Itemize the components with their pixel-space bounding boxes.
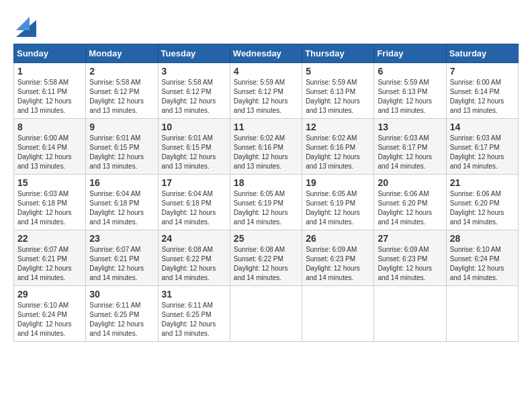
day-info: Sunrise: 5:58 AM Sunset: 6:12 PM Dayligh… xyxy=(162,78,226,116)
calendar-cell: 2 Sunrise: 5:58 AM Sunset: 6:12 PM Dayli… xyxy=(86,63,158,119)
day-number: 6 xyxy=(378,66,442,77)
calendar-cell: 3 Sunrise: 5:58 AM Sunset: 6:12 PM Dayli… xyxy=(158,63,230,119)
calendar-cell: 23 Sunrise: 6:07 AM Sunset: 6:21 PM Dayl… xyxy=(86,230,158,286)
calendar-cell: 6 Sunrise: 5:59 AM Sunset: 6:13 PM Dayli… xyxy=(374,63,446,119)
weekday-header: Sunday xyxy=(14,44,86,63)
day-number: 8 xyxy=(17,122,82,132)
day-info: Sunrise: 6:08 AM Sunset: 6:22 PM Dayligh… xyxy=(162,245,226,283)
calendar-cell: 18 Sunrise: 6:05 AM Sunset: 6:19 PM Dayl… xyxy=(230,175,302,230)
logo-icon xyxy=(16,13,36,37)
day-number: 24 xyxy=(162,233,226,244)
day-info: Sunrise: 6:09 AM Sunset: 6:23 PM Dayligh… xyxy=(306,245,370,283)
day-number: 14 xyxy=(450,122,515,132)
calendar-cell: 1 Sunrise: 5:58 AM Sunset: 6:11 PM Dayli… xyxy=(14,63,86,119)
day-number: 23 xyxy=(89,233,154,244)
day-number: 22 xyxy=(17,233,82,244)
day-info: Sunrise: 6:11 AM Sunset: 6:25 PM Dayligh… xyxy=(89,301,154,338)
day-info: Sunrise: 6:07 AM Sunset: 6:21 PM Dayligh… xyxy=(89,245,154,283)
calendar-week-row: 22 Sunrise: 6:07 AM Sunset: 6:21 PM Dayl… xyxy=(14,230,519,286)
calendar-cell: 27 Sunrise: 6:09 AM Sunset: 6:23 PM Dayl… xyxy=(374,230,446,286)
day-info: Sunrise: 6:01 AM Sunset: 6:15 PM Dayligh… xyxy=(162,134,226,171)
day-info: Sunrise: 6:00 AM Sunset: 6:14 PM Dayligh… xyxy=(17,134,82,171)
day-info: Sunrise: 6:09 AM Sunset: 6:23 PM Dayligh… xyxy=(378,245,442,283)
day-number: 29 xyxy=(17,289,82,300)
calendar-cell xyxy=(374,286,446,342)
day-number: 17 xyxy=(162,177,226,188)
calendar-cell: 29 Sunrise: 6:10 AM Sunset: 6:24 PM Dayl… xyxy=(14,286,86,342)
day-number: 2 xyxy=(89,66,154,77)
day-number: 10 xyxy=(162,122,226,132)
calendar-cell: 15 Sunrise: 6:03 AM Sunset: 6:18 PM Dayl… xyxy=(14,175,86,230)
day-number: 13 xyxy=(378,122,442,132)
calendar-cell: 16 Sunrise: 6:04 AM Sunset: 6:18 PM Dayl… xyxy=(86,175,158,230)
day-number: 21 xyxy=(450,177,515,188)
day-info: Sunrise: 6:03 AM Sunset: 6:17 PM Dayligh… xyxy=(378,134,442,171)
day-number: 3 xyxy=(162,66,226,77)
calendar-cell xyxy=(302,286,374,342)
day-info: Sunrise: 5:59 AM Sunset: 6:12 PM Dayligh… xyxy=(234,78,298,116)
calendar-cell: 9 Sunrise: 6:01 AM Sunset: 6:15 PM Dayli… xyxy=(86,119,158,175)
calendar-cell: 14 Sunrise: 6:03 AM Sunset: 6:17 PM Dayl… xyxy=(446,119,518,175)
calendar-week-row: 1 Sunrise: 5:58 AM Sunset: 6:11 PM Dayli… xyxy=(14,63,519,119)
day-number: 27 xyxy=(378,233,442,244)
day-info: Sunrise: 5:58 AM Sunset: 6:11 PM Dayligh… xyxy=(17,78,82,116)
day-number: 11 xyxy=(234,122,298,132)
calendar-cell: 19 Sunrise: 6:05 AM Sunset: 6:19 PM Dayl… xyxy=(302,175,374,230)
day-number: 30 xyxy=(89,289,154,300)
calendar-cell: 22 Sunrise: 6:07 AM Sunset: 6:21 PM Dayl… xyxy=(14,230,86,286)
calendar-cell: 13 Sunrise: 6:03 AM Sunset: 6:17 PM Dayl… xyxy=(374,119,446,175)
day-number: 25 xyxy=(234,233,298,244)
day-info: Sunrise: 6:08 AM Sunset: 6:22 PM Dayligh… xyxy=(234,245,298,283)
day-info: Sunrise: 6:06 AM Sunset: 6:20 PM Dayligh… xyxy=(378,189,442,227)
day-info: Sunrise: 6:07 AM Sunset: 6:21 PM Dayligh… xyxy=(17,245,82,283)
day-info: Sunrise: 6:05 AM Sunset: 6:19 PM Dayligh… xyxy=(306,189,370,227)
svg-marker-1 xyxy=(16,17,30,30)
day-number: 20 xyxy=(378,177,442,188)
day-info: Sunrise: 5:58 AM Sunset: 6:12 PM Dayligh… xyxy=(89,78,154,116)
calendar-cell: 5 Sunrise: 5:59 AM Sunset: 6:13 PM Dayli… xyxy=(302,63,374,119)
day-number: 31 xyxy=(162,289,226,300)
day-number: 26 xyxy=(306,233,370,244)
calendar-cell: 8 Sunrise: 6:00 AM Sunset: 6:14 PM Dayli… xyxy=(14,119,86,175)
day-info: Sunrise: 6:10 AM Sunset: 6:24 PM Dayligh… xyxy=(450,245,515,283)
weekday-header-row: SundayMondayTuesdayWednesdayThursdayFrid… xyxy=(14,44,519,63)
calendar-cell: 4 Sunrise: 5:59 AM Sunset: 6:12 PM Dayli… xyxy=(230,63,302,119)
day-info: Sunrise: 6:04 AM Sunset: 6:18 PM Dayligh… xyxy=(162,189,226,227)
calendar-cell: 30 Sunrise: 6:11 AM Sunset: 6:25 PM Dayl… xyxy=(86,286,158,342)
day-number: 1 xyxy=(17,66,82,77)
calendar-week-row: 15 Sunrise: 6:03 AM Sunset: 6:18 PM Dayl… xyxy=(14,175,519,230)
calendar-cell xyxy=(230,286,302,342)
day-number: 4 xyxy=(234,66,298,77)
day-number: 9 xyxy=(89,122,154,132)
calendar-cell xyxy=(446,286,518,342)
calendar-cell: 26 Sunrise: 6:09 AM Sunset: 6:23 PM Dayl… xyxy=(302,230,374,286)
weekday-header: Monday xyxy=(86,44,158,63)
weekday-header: Wednesday xyxy=(230,44,302,63)
day-info: Sunrise: 6:02 AM Sunset: 6:16 PM Dayligh… xyxy=(306,134,370,171)
day-info: Sunrise: 6:03 AM Sunset: 6:17 PM Dayligh… xyxy=(450,134,515,171)
day-info: Sunrise: 5:59 AM Sunset: 6:13 PM Dayligh… xyxy=(378,78,442,116)
day-number: 5 xyxy=(306,66,370,77)
page-header xyxy=(13,13,519,37)
day-number: 19 xyxy=(306,177,370,188)
calendar-cell: 28 Sunrise: 6:10 AM Sunset: 6:24 PM Dayl… xyxy=(446,230,518,286)
day-info: Sunrise: 6:02 AM Sunset: 6:16 PM Dayligh… xyxy=(234,134,298,171)
day-info: Sunrise: 6:00 AM Sunset: 6:14 PM Dayligh… xyxy=(450,78,515,116)
weekday-header: Friday xyxy=(374,44,446,63)
calendar-table: SundayMondayTuesdayWednesdayThursdayFrid… xyxy=(13,44,519,342)
weekday-header: Thursday xyxy=(302,44,374,63)
calendar-cell: 11 Sunrise: 6:02 AM Sunset: 6:16 PM Dayl… xyxy=(230,119,302,175)
calendar-cell: 25 Sunrise: 6:08 AM Sunset: 6:22 PM Dayl… xyxy=(230,230,302,286)
day-number: 16 xyxy=(89,177,154,188)
logo xyxy=(13,13,36,37)
day-info: Sunrise: 6:05 AM Sunset: 6:19 PM Dayligh… xyxy=(234,189,298,227)
calendar-week-row: 29 Sunrise: 6:10 AM Sunset: 6:24 PM Dayl… xyxy=(14,286,519,342)
day-number: 28 xyxy=(450,233,515,244)
calendar-cell: 20 Sunrise: 6:06 AM Sunset: 6:20 PM Dayl… xyxy=(374,175,446,230)
calendar-cell: 10 Sunrise: 6:01 AM Sunset: 6:15 PM Dayl… xyxy=(158,119,230,175)
weekday-header: Tuesday xyxy=(158,44,230,63)
calendar-cell: 24 Sunrise: 6:08 AM Sunset: 6:22 PM Dayl… xyxy=(158,230,230,286)
day-info: Sunrise: 6:04 AM Sunset: 6:18 PM Dayligh… xyxy=(89,189,154,227)
calendar-cell: 31 Sunrise: 6:11 AM Sunset: 6:25 PM Dayl… xyxy=(158,286,230,342)
day-info: Sunrise: 6:01 AM Sunset: 6:15 PM Dayligh… xyxy=(89,134,154,171)
